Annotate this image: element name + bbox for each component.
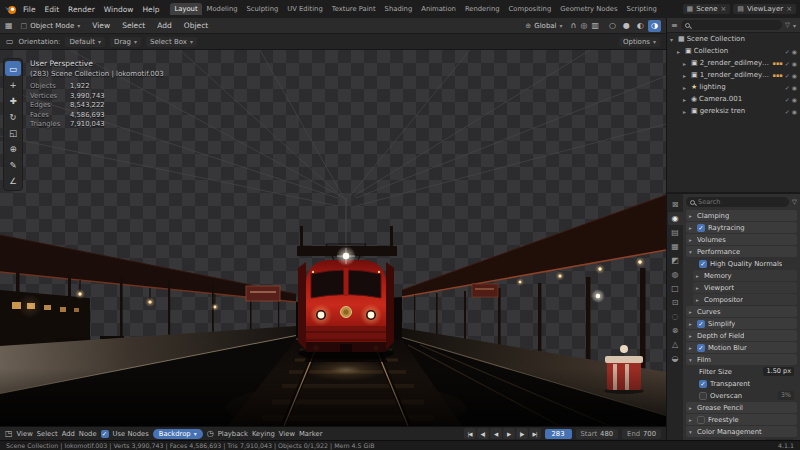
disclosure-icon[interactable]: ▸: [683, 60, 689, 67]
motion-blur-checkbox[interactable]: ✓: [697, 344, 705, 352]
tab-animation[interactable]: Animation: [417, 3, 460, 15]
tab-sculpting[interactable]: Sculpting: [243, 3, 283, 15]
disclosure-icon[interactable]: ▾: [670, 36, 676, 43]
tab-render-properties[interactable]: ◉: [668, 212, 683, 225]
view-layer-selector[interactable]: ▤ ViewLayer ×: [733, 4, 796, 14]
viewport-menu-add[interactable]: Add: [153, 20, 176, 31]
visibility-checkbox-icon[interactable]: ✓: [785, 96, 790, 103]
shading-material-button[interactable]: ◐: [634, 20, 647, 32]
disclosure-icon[interactable]: ▸: [683, 72, 689, 79]
tab-texture-paint[interactable]: Texture Paint: [328, 3, 380, 15]
tab-modifier-properties[interactable]: ⊡: [668, 296, 683, 309]
tool-transform[interactable]: ⊕: [5, 141, 21, 156]
tab-geometry-nodes[interactable]: Geometry Nodes: [556, 3, 621, 15]
shading-wireframe-button[interactable]: ○: [606, 20, 619, 32]
render-camera-toggle-icon[interactable]: ◉: [792, 60, 797, 67]
menu-edit[interactable]: Edit: [41, 4, 64, 15]
tab-world-properties[interactable]: ◍: [668, 268, 683, 281]
mode-dropdown[interactable]: □ Object Mode ▾: [17, 21, 85, 31]
menu-render[interactable]: Render: [64, 4, 99, 15]
play-button[interactable]: ▶: [503, 428, 515, 439]
raytracing-checkbox[interactable]: ✓: [697, 224, 705, 232]
3d-viewport[interactable]: ▭ + ✚ ↻ ◱ ⊕ ✎ ∠ User Perspective (283) S…: [0, 50, 666, 426]
disclosure-icon[interactable]: ▸: [683, 108, 689, 115]
play-reverse-button[interactable]: ◀: [490, 428, 502, 439]
disclosure-icon[interactable]: ▸: [683, 84, 689, 91]
timeline-editor-icon[interactable]: ◷: [207, 429, 214, 438]
render-camera-toggle-icon[interactable]: ◉: [792, 96, 797, 103]
tool-measure[interactable]: ∠: [5, 173, 21, 188]
render-camera-toggle-icon[interactable]: ◉: [792, 48, 797, 55]
panel-color-management[interactable]: ▾Color Management: [686, 426, 797, 437]
visibility-checkbox-icon[interactable]: ✓: [785, 72, 790, 79]
filter-size-field[interactable]: 1.50 px: [763, 367, 794, 376]
editor-type-icon[interactable]: ▦: [5, 21, 13, 30]
viewport-menu-object[interactable]: Object: [180, 20, 212, 31]
outliner-item-1-render[interactable]: ▸ ▣ 1_render_edilmeyen ▪▪▪ ✓ ◉: [667, 69, 800, 81]
timeline-menu-playback[interactable]: Playback: [218, 430, 248, 438]
menu-window[interactable]: Window: [100, 4, 138, 15]
jump-to-end-button[interactable]: ▶|: [529, 428, 541, 439]
transparent-checkbox[interactable]: ✓: [699, 380, 707, 388]
viewport-menu-select[interactable]: Select: [118, 20, 149, 31]
panel-grease-pencil[interactable]: ▸Grease Pencil: [686, 402, 797, 413]
filter-icon[interactable]: ▽: [792, 198, 797, 206]
render-camera-toggle-icon[interactable]: ◉: [792, 108, 797, 115]
tab-modeling[interactable]: Modeling: [203, 3, 242, 15]
shading-solid-button[interactable]: ●: [620, 20, 633, 32]
unlink-scene-icon[interactable]: ×: [720, 5, 726, 13]
tab-scripting[interactable]: Scripting: [623, 3, 661, 15]
scene-selector[interactable]: ▦ Scene ×: [683, 4, 731, 14]
tool-annotate[interactable]: ✎: [5, 157, 21, 172]
tool-rotate[interactable]: ↻: [5, 109, 21, 124]
tab-shading[interactable]: Shading: [381, 3, 417, 15]
high-quality-normals-row[interactable]: ✓High Quality Normals: [696, 258, 797, 269]
backdrop-button[interactable]: Backdrop ▾: [153, 429, 203, 439]
panel-curves[interactable]: ▸Curves: [686, 306, 797, 317]
outliner-item-camera[interactable]: ▸ ◉ Camera.001 ✓ ◉: [667, 93, 800, 105]
visibility-checkbox-icon[interactable]: ✓: [785, 48, 790, 55]
tab-compositing[interactable]: Compositing: [505, 3, 556, 15]
jump-to-start-button[interactable]: |◀: [464, 428, 476, 439]
panel-volumes[interactable]: ▸Volumes: [686, 234, 797, 245]
transform-orientation-dropdown[interactable]: ⊕ Global ▾: [521, 21, 566, 31]
tab-view-layer-properties[interactable]: ▦: [668, 240, 683, 253]
menu-help[interactable]: Help: [138, 4, 163, 15]
node-menu-add[interactable]: Add: [62, 430, 75, 438]
current-frame-field[interactable]: 283: [545, 429, 572, 439]
viewport-menu-view[interactable]: View: [88, 20, 114, 31]
overscan-checkbox[interactable]: [699, 392, 707, 400]
outliner-item-gereksiz-tren[interactable]: ▸ ▣ gereksiz tren ✓ ◉: [667, 105, 800, 117]
properties-search-input[interactable]: [698, 198, 785, 206]
node-editor-icon[interactable]: ◳: [5, 429, 13, 438]
transparent-row[interactable]: ✓Transparent: [696, 378, 797, 389]
render-camera-toggle-icon[interactable]: ◉: [792, 84, 797, 91]
shading-rendered-button[interactable]: ◑: [648, 20, 661, 32]
unlink-view-layer-icon[interactable]: ×: [786, 5, 792, 13]
visibility-checkbox-icon[interactable]: ✓: [785, 108, 790, 115]
prev-keyframe-button[interactable]: ◀|: [477, 428, 489, 439]
outliner-editor-icon[interactable]: ≡: [671, 21, 678, 30]
high-quality-normals-checkbox[interactable]: ✓: [699, 260, 707, 268]
panel-memory[interactable]: ▸Memory: [693, 270, 797, 281]
orientation-value-dropdown[interactable]: Default ▾: [65, 37, 105, 47]
node-menu-select[interactable]: Select: [37, 430, 58, 438]
outliner-item-collection[interactable]: ▸ ▣ Collection ✓ ◉: [667, 45, 800, 57]
disclosure-icon[interactable]: ▸: [677, 48, 683, 55]
menu-file[interactable]: File: [19, 4, 40, 15]
tab-tool-properties[interactable]: ⊠: [668, 198, 683, 211]
panel-compositor[interactable]: ▸Compositor: [693, 294, 797, 305]
outliner-item-scene-collection[interactable]: ▾ ▦ Scene Collection: [667, 33, 800, 45]
snap-magnet-icon[interactable]: ∩: [571, 21, 577, 30]
simplify-checkbox[interactable]: ✓: [697, 320, 705, 328]
next-keyframe-button[interactable]: |▶: [516, 428, 528, 439]
freestyle-checkbox[interactable]: [697, 416, 705, 424]
disclosure-icon[interactable]: ▸: [683, 96, 689, 103]
filter-size-row[interactable]: Filter Size1.50 px: [696, 366, 797, 377]
chevron-down-icon[interactable]: ▾: [793, 22, 796, 29]
visibility-checkbox-icon[interactable]: ✓: [785, 60, 790, 67]
tab-rendering[interactable]: Rendering: [461, 3, 504, 15]
outliner-item-lighting[interactable]: ▸ ★ lighting ✓ ◉: [667, 81, 800, 93]
panel-film[interactable]: ▾Film: [686, 354, 797, 365]
node-menu-node[interactable]: Node: [79, 430, 97, 438]
